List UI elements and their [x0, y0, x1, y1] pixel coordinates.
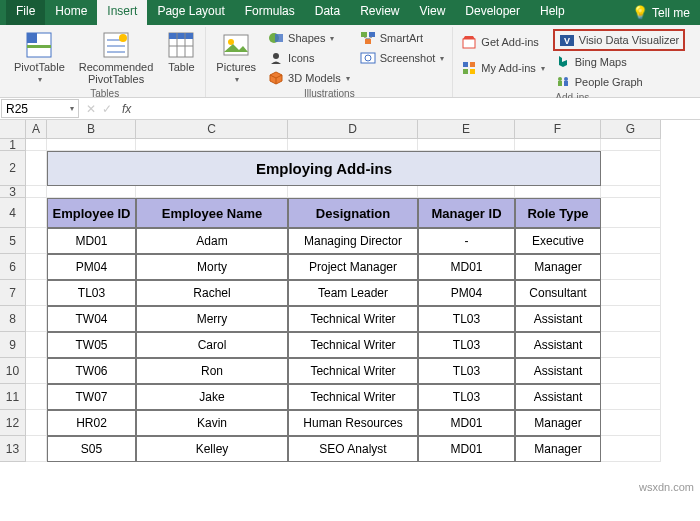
table-cell[interactable]: Assistant	[515, 384, 601, 410]
table-cell[interactable]: Executive	[515, 228, 601, 254]
select-all-corner[interactable]	[0, 120, 26, 139]
visio-visualizer-button[interactable]: V Visio Data Visualizer	[553, 29, 685, 51]
table-cell[interactable]: Manager	[515, 410, 601, 436]
row-header-6[interactable]: 6	[0, 254, 26, 280]
tab-developer[interactable]: Developer	[455, 0, 530, 25]
table-cell[interactable]: Project Manager	[288, 254, 418, 280]
table-cell[interactable]: Jake	[136, 384, 288, 410]
col-header-B[interactable]: B	[47, 120, 136, 139]
table-cell[interactable]: PM04	[418, 280, 515, 306]
table-cell[interactable]: Team Leader	[288, 280, 418, 306]
table-cell[interactable]: Human Resources	[288, 410, 418, 436]
table-cell[interactable]: TW06	[47, 358, 136, 384]
row-header-5[interactable]: 5	[0, 228, 26, 254]
tab-home[interactable]: Home	[45, 0, 97, 25]
table-cell[interactable]: PM04	[47, 254, 136, 280]
row-header-3[interactable]: 3	[0, 186, 26, 198]
row-header-4[interactable]: 4	[0, 198, 26, 228]
table-cell[interactable]: Manager	[515, 254, 601, 280]
table-cell[interactable]: Managing Director	[288, 228, 418, 254]
worksheet: ABCDEFG 12345678910111213 Employing Add-…	[0, 120, 700, 521]
bulb-icon: 💡	[632, 5, 648, 20]
row-header-12[interactable]: 12	[0, 410, 26, 436]
table-cell[interactable]: Kelley	[136, 436, 288, 462]
tell-me-search[interactable]: 💡 Tell me	[622, 0, 700, 25]
grid-body[interactable]: Employing Add-insEmployee IDEmployee Nam…	[26, 139, 661, 462]
table-cell[interactable]: TL03	[47, 280, 136, 306]
table-cell[interactable]: TW05	[47, 332, 136, 358]
shapes-button[interactable]: Shapes▾	[266, 29, 352, 47]
table-cell[interactable]: Technical Writer	[288, 358, 418, 384]
dropdown-icon: ▾	[330, 34, 334, 43]
table-cell[interactable]: TL03	[418, 358, 515, 384]
col-header-D[interactable]: D	[288, 120, 418, 139]
table-button[interactable]: Table	[163, 29, 199, 75]
tab-formulas[interactable]: Formulas	[235, 0, 305, 25]
table-cell[interactable]: Kavin	[136, 410, 288, 436]
row-header-1[interactable]: 1	[0, 139, 26, 151]
screenshot-button[interactable]: Screenshot▾	[358, 49, 447, 67]
my-addins-button[interactable]: My Add-ins▾	[459, 59, 546, 77]
table-cell[interactable]: Technical Writer	[288, 332, 418, 358]
tab-view[interactable]: View	[410, 0, 456, 25]
table-cell[interactable]: Manager	[515, 436, 601, 462]
row-header-2[interactable]: 2	[0, 151, 26, 186]
pictures-button[interactable]: Pictures ▾	[212, 29, 260, 86]
col-header-C[interactable]: C	[136, 120, 288, 139]
table-cell[interactable]: Adam	[136, 228, 288, 254]
row-header-8[interactable]: 8	[0, 306, 26, 332]
bing-maps-button[interactable]: Bing Maps	[553, 53, 685, 71]
col-header-E[interactable]: E	[418, 120, 515, 139]
table-cell[interactable]: Consultant	[515, 280, 601, 306]
table-cell[interactable]: Carol	[136, 332, 288, 358]
table-cell[interactable]: TW07	[47, 384, 136, 410]
table-cell[interactable]: Ron	[136, 358, 288, 384]
smartart-button[interactable]: SmartArt	[358, 29, 447, 47]
table-cell[interactable]: MD01	[418, 410, 515, 436]
table-cell[interactable]: MD01	[418, 254, 515, 280]
table-cell[interactable]: TL03	[418, 332, 515, 358]
fx-label[interactable]: fx	[118, 98, 135, 119]
tab-review[interactable]: Review	[350, 0, 409, 25]
row-header-11[interactable]: 11	[0, 384, 26, 410]
row-header-9[interactable]: 9	[0, 332, 26, 358]
table-cell[interactable]: Assistant	[515, 332, 601, 358]
people-graph-button[interactable]: People Graph	[553, 73, 685, 91]
table-cell[interactable]: TL03	[418, 306, 515, 332]
recommended-pivot-button[interactable]: Recommended PivotTables	[75, 29, 158, 87]
table-cell[interactable]: MD01	[47, 228, 136, 254]
icons-button[interactable]: Icons	[266, 49, 352, 67]
table-cell[interactable]: S05	[47, 436, 136, 462]
col-header-F[interactable]: F	[515, 120, 601, 139]
tab-pagelayout[interactable]: Page Layout	[147, 0, 234, 25]
get-addins-button[interactable]: Get Add-ins	[459, 33, 546, 51]
pivottable-button[interactable]: PivotTable ▾	[10, 29, 69, 86]
formula-input[interactable]	[135, 98, 700, 119]
table-cell[interactable]: Assistant	[515, 358, 601, 384]
enter-icon[interactable]: ✓	[102, 102, 112, 116]
table-cell[interactable]: Merry	[136, 306, 288, 332]
table-cell[interactable]: Rachel	[136, 280, 288, 306]
table-cell[interactable]: Technical Writer	[288, 384, 418, 410]
name-box[interactable]: R25 ▾	[1, 99, 79, 118]
row-header-10[interactable]: 10	[0, 358, 26, 384]
table-cell[interactable]: Morty	[136, 254, 288, 280]
cancel-icon[interactable]: ✕	[86, 102, 96, 116]
col-header-G[interactable]: G	[601, 120, 661, 139]
table-cell[interactable]: Technical Writer	[288, 306, 418, 332]
tab-file[interactable]: File	[6, 0, 45, 25]
row-header-7[interactable]: 7	[0, 280, 26, 306]
table-cell[interactable]: TW04	[47, 306, 136, 332]
tab-insert[interactable]: Insert	[97, 0, 147, 25]
col-header-A[interactable]: A	[26, 120, 47, 139]
table-cell[interactable]: MD01	[418, 436, 515, 462]
table-cell[interactable]: SEO Analyst	[288, 436, 418, 462]
table-cell[interactable]: TL03	[418, 384, 515, 410]
tab-data[interactable]: Data	[305, 0, 350, 25]
row-header-13[interactable]: 13	[0, 436, 26, 462]
3dmodels-button[interactable]: 3D Models▾	[266, 69, 352, 87]
tab-help[interactable]: Help	[530, 0, 575, 25]
table-cell[interactable]: Assistant	[515, 306, 601, 332]
table-cell[interactable]: HR02	[47, 410, 136, 436]
table-cell[interactable]: -	[418, 228, 515, 254]
